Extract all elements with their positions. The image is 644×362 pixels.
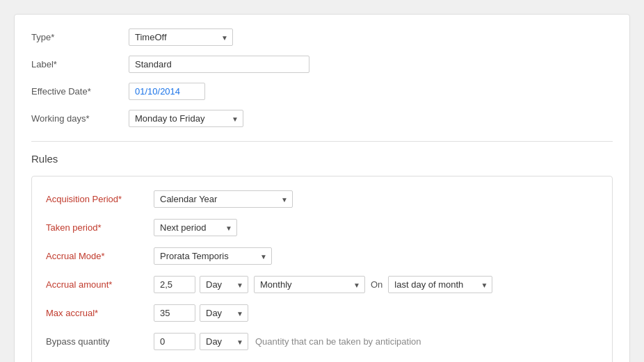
accrual-mode-row: Accrual Mode* Prorata Temporis Fixed	[46, 247, 598, 265]
accrual-frequency-select[interactable]: Monthly Weekly Daily	[254, 276, 365, 293]
acquisition-period-row: Acquisition Period* Calendar Year Annive…	[46, 190, 598, 208]
accrual-day-select[interactable]: Day Hour	[200, 276, 248, 293]
accrual-mode-label: Accrual Mode*	[46, 251, 154, 261]
main-container: Type* TimeOff Sick Leave Unpaid Label* E…	[14, 14, 630, 362]
working-days-select-wrapper: Monday to Friday All days Monday to Satu…	[129, 110, 243, 127]
working-days-select[interactable]: Monday to Friday All days Monday to Satu…	[129, 110, 243, 127]
type-select[interactable]: TimeOff Sick Leave Unpaid	[129, 28, 233, 46]
bypass-day-select[interactable]: Day Hour	[200, 333, 248, 350]
acquisition-period-select[interactable]: Calendar Year Anniversary Year Monthly	[154, 190, 293, 208]
on-label: On	[371, 279, 383, 290]
acquisition-period-label: Acquisition Period*	[46, 194, 154, 204]
taken-period-label: Taken period*	[46, 222, 154, 233]
accrual-amount-row: Accrual amount* Day Hour Monthly Weekly …	[46, 276, 598, 293]
accrual-amount-label: Accrual amount*	[46, 279, 154, 290]
section-divider	[31, 141, 613, 142]
lastday-wrapper: last day of month first day of month 15t…	[388, 276, 492, 293]
bypass-quantity-row: Bypass quantity Day Hour Quantity that c…	[46, 333, 598, 350]
max-day-wrapper: Day Hour	[200, 304, 248, 322]
effective-date-label: Effective Date*	[31, 86, 129, 97]
type-label: Type*	[31, 32, 129, 42]
taken-period-row: Taken period* Next period Current period	[46, 219, 598, 236]
rules-section: Rules Acquisition Period* Calendar Year …	[31, 153, 613, 362]
max-accrual-row: Max accrual* Day Hour	[46, 304, 598, 322]
working-days-row: Working days* Monday to Friday All days …	[31, 110, 613, 127]
acq-period-wrapper: Calendar Year Anniversary Year Monthly	[154, 190, 293, 208]
lastday-select[interactable]: last day of month first day of month 15t…	[388, 276, 492, 293]
max-day-select[interactable]: Day Hour	[200, 304, 248, 322]
bypass-input[interactable]	[154, 333, 195, 350]
effective-date-row: Effective Date*	[31, 83, 613, 100]
taken-period-wrapper: Next period Current period	[154, 219, 237, 236]
working-days-label: Working days*	[31, 113, 129, 124]
bypass-day-wrapper: Day Hour	[200, 333, 248, 350]
type-row: Type* TimeOff Sick Leave Unpaid	[31, 28, 613, 46]
rules-box: Acquisition Period* Calendar Year Annive…	[31, 176, 613, 362]
label-label: Label*	[31, 59, 129, 69]
type-select-wrapper: TimeOff Sick Leave Unpaid	[129, 28, 233, 46]
accrual-amount-input[interactable]	[154, 276, 195, 293]
bypass-hint: Quantity that can be taken by anticipati…	[255, 336, 421, 347]
effective-date-input[interactable]	[129, 83, 205, 100]
max-accrual-input[interactable]	[154, 304, 195, 322]
max-accrual-label: Max accrual*	[46, 308, 154, 318]
accrual-day-wrapper: Day Hour	[200, 276, 248, 293]
bypass-label: Bypass quantity	[46, 336, 154, 347]
label-input[interactable]	[129, 56, 309, 73]
rules-title: Rules	[31, 153, 613, 165]
accrual-mode-select[interactable]: Prorata Temporis Fixed	[154, 247, 272, 265]
label-row: Label*	[31, 56, 613, 73]
accrual-freq-wrapper: Monthly Weekly Daily	[254, 276, 365, 293]
accrual-mode-wrapper: Prorata Temporis Fixed	[154, 247, 272, 265]
taken-period-select[interactable]: Next period Current period	[154, 219, 237, 236]
top-form-section: Type* TimeOff Sick Leave Unpaid Label* E…	[31, 28, 613, 127]
